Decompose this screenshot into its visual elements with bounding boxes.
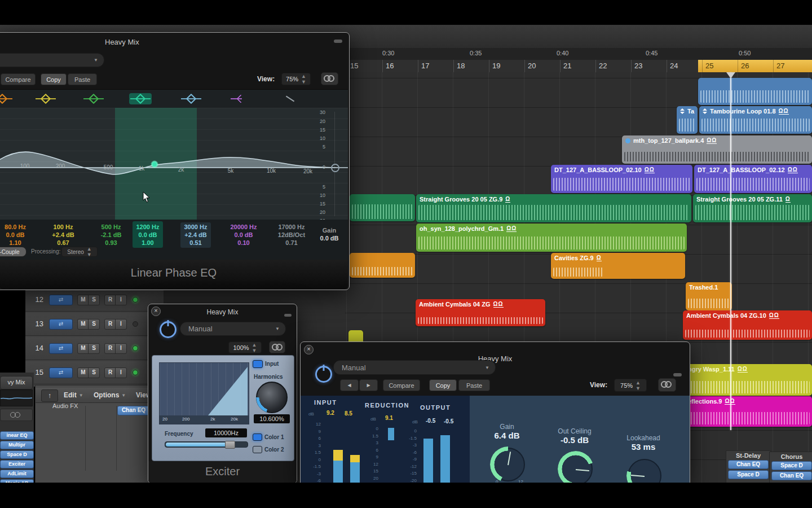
track-header-15[interactable]: 15 ⇄ M S R I xyxy=(25,361,164,384)
region-audio[interactable] xyxy=(350,253,415,278)
band4-readout[interactable]: 1200 Hz0.0 dB1.00 xyxy=(124,223,171,247)
band1-readout[interactable]: 80.0 Hz0.0 dB1.10 xyxy=(0,223,39,247)
region-bassloop-10[interactable]: DT_127_A_BASSLOOP_02.10ΩΩ xyxy=(551,165,692,193)
track-header-14[interactable]: 14 ⇄ M S R I xyxy=(25,337,164,360)
freeze-button[interactable]: ⇄ xyxy=(49,295,73,305)
insert-slot[interactable]: Exciter xyxy=(0,460,34,468)
processing-dropdown[interactable]: Stereo▲▼ xyxy=(61,247,98,257)
close-icon[interactable]: × xyxy=(304,345,314,354)
mute-button[interactable]: M xyxy=(77,295,89,305)
region-cavities[interactable]: Cavities ZG.9Ω xyxy=(551,253,685,279)
paste-button[interactable]: Paste xyxy=(458,379,490,391)
region-ambient-cymbals[interactable]: Ambient Cymbals 04 ZGΩΩ xyxy=(416,299,545,326)
region-trashed[interactable]: Trashed.1 xyxy=(686,282,732,310)
insert-slot[interactable]: Multipr xyxy=(0,441,34,449)
compare-button[interactable]: Compare xyxy=(1,73,36,85)
band4-bell-icon-selected[interactable] xyxy=(129,93,152,104)
q-couple-button[interactable]: -Couple xyxy=(0,247,27,257)
band5-bell-icon[interactable] xyxy=(180,93,202,104)
input-monitor-button[interactable]: I xyxy=(115,343,127,354)
preset-dropdown[interactable]: Manual▼ xyxy=(333,360,496,375)
master-gain-readout[interactable]: Gain0.0 dB xyxy=(311,226,347,242)
color2-led-button[interactable] xyxy=(253,446,262,453)
record-button[interactable]: R xyxy=(104,343,116,354)
link-icon[interactable] xyxy=(321,72,338,85)
strip-name[interactable]: St-Delay xyxy=(728,452,769,459)
band1-bell-icon[interactable] xyxy=(0,93,14,104)
stereo-format-button[interactable] xyxy=(0,409,33,421)
band3-bell-icon[interactable] xyxy=(82,93,105,104)
strip-name[interactable]: Chorus xyxy=(771,453,812,460)
time-ruler[interactable]: 0:30 0:35 0:40 0:45 0:50 xyxy=(345,48,812,60)
region-angry-wasp[interactable]: Angry Wasp_1.11ΩΩ xyxy=(680,364,812,396)
slider-thumb[interactable] xyxy=(225,441,235,449)
solo-button[interactable]: S xyxy=(88,343,100,354)
solo-button[interactable]: S xyxy=(88,319,100,330)
freeze-button[interactable]: ⇄ xyxy=(49,343,73,354)
region-ambient-cymbals-10[interactable]: Ambient Cymbals 04 ZG.10ΩΩ xyxy=(683,310,812,340)
paste-button[interactable]: Paste xyxy=(68,73,97,85)
solo-button[interactable]: S xyxy=(88,367,100,378)
playhead-marker[interactable] xyxy=(726,72,735,78)
gain-slider-handle[interactable] xyxy=(331,164,339,172)
track-header-13[interactable]: 13 ⇄ M S R I xyxy=(25,313,164,336)
copy-button[interactable]: Copy xyxy=(429,379,457,391)
band4-control-point[interactable] xyxy=(152,161,157,167)
back-arrow-button[interactable]: ↑ xyxy=(41,389,58,402)
minimize-pill[interactable] xyxy=(284,314,292,317)
bar-ruler[interactable]: 15161718192021222324252627 xyxy=(345,60,812,73)
band5-readout[interactable]: 3000 Hz+2.4 dB0.51 xyxy=(172,223,219,247)
record-button[interactable]: R xyxy=(104,319,116,330)
lookahead-knob[interactable] xyxy=(628,459,661,485)
band6-shelf-icon[interactable] xyxy=(230,93,252,104)
wet-dry-stepper[interactable]: 100%▲▼ xyxy=(228,341,262,353)
solo-button[interactable]: S xyxy=(88,295,100,305)
playhead[interactable] xyxy=(730,72,731,430)
insert-slot[interactable]: Chan EQ xyxy=(771,471,812,480)
power-button-icon[interactable] xyxy=(315,366,332,383)
band6-readout[interactable]: 20000 Hz0.0 dB0.10 xyxy=(220,223,267,247)
harmonics-knob[interactable] xyxy=(256,382,288,413)
view-zoom-stepper[interactable]: 75%▲▼ xyxy=(614,379,647,392)
strip-inserts[interactable]: Chan EQSpace D xyxy=(728,460,769,479)
region-bassloop-12[interactable]: DT_127_A_BASSLOOP_02.12ΩΩ xyxy=(694,165,812,193)
region-reflections[interactable]: Reflections.9ΩΩ xyxy=(680,396,812,427)
color1-led-button[interactable] xyxy=(253,433,262,441)
region-straight-grooves-9[interactable]: Straight Grooves 20 05 ZG.9Ω xyxy=(416,194,691,222)
frequency-slider[interactable] xyxy=(165,441,248,448)
out-ceiling-knob[interactable] xyxy=(559,452,593,485)
link-icon[interactable] xyxy=(658,378,676,392)
insert-slot[interactable]: Chan EQ xyxy=(728,460,769,469)
eq-thumbnail[interactable] xyxy=(0,389,33,406)
mute-button[interactable]: M xyxy=(77,319,89,330)
region-straight-grooves-11[interactable]: Straight Grooves 20 05 ZG.11Ω xyxy=(693,194,812,222)
freeze-button[interactable]: ⇄ xyxy=(49,367,73,378)
exciter-graph[interactable]: 20 200 2k 20k xyxy=(159,362,249,424)
strip-inserts[interactable]: Space DChan EQ xyxy=(771,461,812,480)
power-button-icon[interactable] xyxy=(160,321,176,338)
insert-slot[interactable]: Space D xyxy=(771,461,812,470)
minimize-pill[interactable] xyxy=(673,373,682,376)
compare-button[interactable]: Compare xyxy=(383,379,420,391)
region-oh-syn[interactable]: oh_syn_128_polychrd_Gm.1ΩΩ xyxy=(416,224,687,252)
view-zoom-stepper[interactable]: 75%▲▼ xyxy=(281,73,311,85)
band7-lowpass-icon[interactable] xyxy=(279,93,301,104)
insert-slot-list[interactable]: inear EQMultiprSpace DExciterAdLimitMagi… xyxy=(0,431,34,488)
region-audio[interactable] xyxy=(350,194,415,221)
prev-preset-button[interactable]: ◀ xyxy=(340,379,359,391)
channel-name-button[interactable]: vy Mix xyxy=(0,376,33,389)
menu-edit[interactable]: Edit▼ xyxy=(64,389,83,401)
insert-slot[interactable]: Space D xyxy=(728,470,769,479)
next-preset-button[interactable]: ▶ xyxy=(359,379,378,391)
region-audio[interactable] xyxy=(698,78,812,105)
chan-eq-slot[interactable]: Chan EQ xyxy=(117,406,150,415)
preset-dropdown[interactable]: Manual▼ xyxy=(180,322,286,336)
mute-button[interactable]: M xyxy=(77,367,89,378)
mute-button[interactable]: M xyxy=(77,343,89,354)
input-led-button[interactable] xyxy=(253,360,263,368)
insert-slot[interactable]: inear EQ xyxy=(0,431,34,440)
link-icon[interactable] xyxy=(269,341,285,353)
insert-slot[interactable]: Space D xyxy=(0,450,34,459)
input-monitor-button[interactable]: I xyxy=(115,295,127,305)
band2-bell-icon[interactable] xyxy=(34,93,57,104)
